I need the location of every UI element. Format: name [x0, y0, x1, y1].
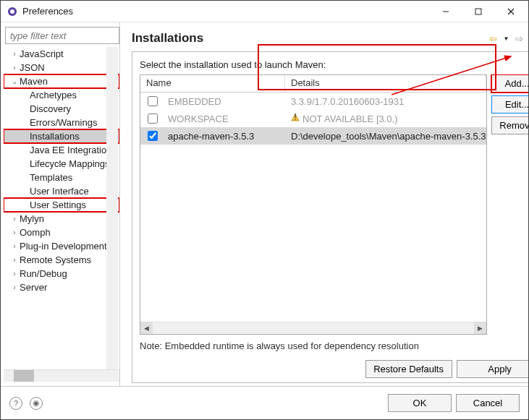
back-dropdown-icon[interactable]: ▼ [501, 35, 512, 42]
close-button[interactable] [494, 1, 527, 22]
maximize-button[interactable] [462, 1, 494, 22]
body: ›JavaScript›JSON⌄MavenArchetypesDiscover… [1, 22, 528, 386]
main-panel: Installations ⇦ ▼ ⇨ ▼ ▼ Select the insta… [120, 22, 528, 386]
tree-item-label: Java EE Integration [30, 145, 111, 155]
row-name: apache-maven-3.5.3 [165, 131, 285, 142]
tree-item-label: Templates [30, 172, 72, 183]
add-button[interactable]: Add... [491, 74, 528, 93]
tree-item-oomph[interactable]: ›Oomph [4, 226, 119, 239]
chevron-down-icon: ⌄ [9, 77, 20, 85]
installations-table: Name Details EMBEDDED3.3.9/1.7.0.2016060… [140, 74, 487, 335]
window-title: Preferences [22, 6, 429, 17]
tree-item-label: Run/Debug [20, 268, 67, 279]
tree-item-json[interactable]: ›JSON [4, 61, 119, 74]
row-name: WORKSPACE [165, 113, 285, 124]
tree-item-templates[interactable]: Templates [4, 171, 119, 184]
chevron-right-icon: › [9, 50, 20, 58]
tree-item-archetypes[interactable]: Archetypes [4, 88, 119, 102]
table-row[interactable]: EMBEDDED3.3.9/1.7.0.20160603-1931 [140, 93, 486, 110]
nav-icons: ⇦ ▼ ⇨ ▼ ▼ [488, 33, 528, 44]
table-hscroll[interactable]: ◀▶ [140, 322, 486, 334]
tree-item-discovery[interactable]: Discovery [4, 102, 119, 116]
tree-item-lifecycle-mappings[interactable]: Lifecycle Mappings [4, 157, 119, 171]
warning-icon: ! [291, 113, 300, 124]
tree-item-label: JSON [20, 62, 45, 73]
select-label: Select the installation used to launch M… [140, 59, 528, 70]
tree-item-label: Oomph [20, 227, 51, 238]
tree-item-user-settings[interactable]: User Settings [4, 198, 119, 212]
table-row[interactable]: apache-maven-3.5.3D:\develope_tools\Mave… [140, 127, 486, 145]
tree-item-label: Mylyn [20, 213, 44, 224]
cancel-button[interactable]: Cancel [456, 394, 520, 412]
tree-item-label: Plug-in Development [20, 241, 107, 252]
remove-button[interactable]: Remove [491, 116, 528, 134]
tree-item-errors-warnings[interactable]: Errors/Warnings [4, 116, 119, 129]
content-group: Select the installation used to launch M… [132, 51, 528, 383]
tree-item-mylyn[interactable]: ›Mylyn [4, 212, 119, 226]
column-details[interactable]: Details [285, 75, 486, 92]
chevron-right-icon: › [9, 256, 20, 264]
row-checkbox[interactable] [148, 113, 158, 124]
app-icon [7, 6, 18, 17]
back-icon[interactable]: ⇦ [488, 33, 499, 44]
tree-item-label: Errors/Warnings [30, 117, 97, 128]
chevron-right-icon: › [9, 215, 20, 223]
row-name: EMBEDDED [165, 96, 285, 107]
chevron-right-icon: › [9, 64, 20, 72]
tree-scrollbar[interactable] [106, 47, 118, 369]
forward-icon[interactable]: ⇨ [514, 33, 525, 44]
tree-item-maven[interactable]: ⌄Maven [4, 74, 119, 88]
svg-text:!: ! [294, 113, 297, 122]
tree-item-label: Installations [30, 131, 80, 142]
tree-item-label: User Settings [30, 200, 86, 210]
page-title: Installations [132, 31, 488, 46]
tree-item-label: Discovery [30, 103, 71, 114]
edit-button[interactable]: Edit... [491, 95, 528, 113]
preference-tree: ›JavaScript›JSON⌄MavenArchetypesDiscover… [4, 47, 119, 369]
svg-point-1 [10, 9, 14, 14]
tree-item-label: Remote Systems [20, 254, 91, 265]
chevron-right-icon: › [9, 228, 20, 236]
tree-item-remote-systems[interactable]: ›Remote Systems [4, 253, 119, 267]
restore-defaults-button[interactable]: Restore Defaults [365, 360, 452, 378]
tree-item-label: Archetypes [30, 90, 77, 100]
tree-item-label: User Interface [30, 186, 89, 197]
row-details: D:\develope_tools\Maven\apache-maven-3.5… [285, 131, 486, 142]
row-checkbox[interactable] [148, 96, 158, 106]
tree-item-plug-in-development[interactable]: ›Plug-in Development [4, 239, 119, 253]
import-export-icon[interactable]: ◉ [30, 397, 43, 410]
chevron-right-icon: › [9, 283, 20, 291]
row-checkbox[interactable] [148, 131, 158, 141]
apply-button[interactable]: Apply [457, 360, 528, 378]
footer: ? ◉ OK Cancel [1, 386, 528, 419]
row-details: 3.3.9/1.7.0.20160603-1931 [285, 96, 486, 107]
filter-input[interactable] [5, 27, 119, 44]
note-text: Note: Embedded runtime is always used fo… [140, 340, 528, 353]
help-icon[interactable]: ? [9, 397, 22, 410]
tree-item-user-interface[interactable]: User Interface [4, 184, 119, 198]
tree-item-server[interactable]: ›Server [4, 280, 119, 294]
tree-item-javascript[interactable]: ›JavaScript [4, 47, 119, 61]
forward-dropdown-icon[interactable]: ▼ [527, 35, 528, 42]
tree-item-label: JavaScript [20, 48, 64, 59]
ok-button[interactable]: OK [388, 394, 452, 412]
tree-item-label: Lifecycle Mappings [30, 158, 110, 169]
chevron-right-icon: › [9, 270, 20, 278]
tree-item-label: Maven [20, 76, 48, 87]
sidebar-hscroll[interactable] [4, 369, 119, 382]
svg-rect-3 [475, 9, 481, 14]
chevron-right-icon: › [9, 242, 20, 250]
tree-item-run-debug[interactable]: ›Run/Debug [4, 267, 119, 280]
sidebar: ›JavaScript›JSON⌄MavenArchetypesDiscover… [1, 22, 120, 386]
row-details: !NOT AVAILABLE [3.0,) [285, 113, 486, 124]
column-name[interactable]: Name [140, 75, 285, 92]
tree-item-label: Server [20, 282, 47, 293]
tree-item-java-ee-integration[interactable]: Java EE Integration [4, 143, 119, 157]
table-row[interactable]: WORKSPACE!NOT AVAILABLE [3.0,) [140, 110, 486, 127]
preferences-window: Preferences ›JavaScript›JSON⌄MavenArchet… [0, 0, 529, 420]
minimize-button[interactable] [429, 1, 462, 22]
tree-item-installations[interactable]: Installations [4, 129, 119, 143]
titlebar: Preferences [1, 1, 528, 22]
